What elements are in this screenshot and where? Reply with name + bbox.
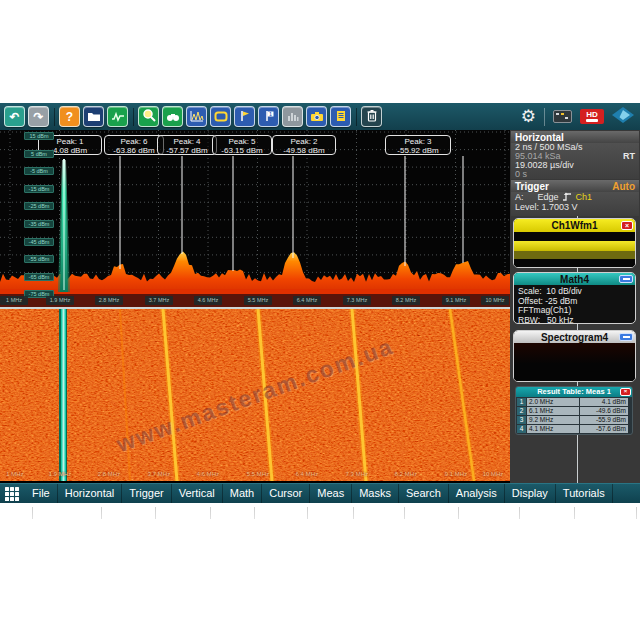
- redo-button[interactable]: ↷: [28, 106, 49, 127]
- peak-label: Peak: 2: [273, 137, 335, 146]
- menu-item-masks[interactable]: Masks: [352, 484, 399, 503]
- trigger-source: Ch1: [576, 193, 593, 202]
- horizontal-panel[interactable]: Horizontal 2 ns / 500 MSa/s 95.014 kSaRT…: [511, 131, 639, 179]
- spectrum-plot[interactable]: [0, 130, 510, 307]
- x-axis-label: 8.2 MHz: [392, 296, 420, 305]
- toolbar-separator: [54, 108, 55, 126]
- peak-badge-5: Peak: 5-63.15 dBm: [212, 135, 272, 155]
- result-table-dialog[interactable]: Result Table: Meas 1 × 1 2.0 MHz 4.1 dBm…: [515, 386, 633, 435]
- waveform-display[interactable]: Peak: 14.08 dBm Peak: 6-63.86 dBm Peak: …: [0, 130, 510, 483]
- toolbar: ↶ ↷ ? 1 ⚙ HD: [0, 103, 640, 130]
- ch1wfm1-title: Ch1Wfm1: [551, 220, 597, 231]
- spectrogram4-dialog[interactable]: Spectrogram4: [513, 330, 636, 382]
- result-level: -55.9 dBm: [580, 416, 628, 424]
- apps-grid-icon[interactable]: [5, 487, 19, 501]
- histogram-icon: [287, 108, 299, 126]
- trigger-title: Trigger: [515, 181, 549, 192]
- ch1wfm1-header[interactable]: Ch1Wfm1 ×: [514, 219, 635, 232]
- spectrogram-x-label: 6.4 MHz: [292, 470, 322, 478]
- spectrogram-x-label: 1 MHz: [0, 470, 30, 478]
- x-axis-label: 10 MHz: [481, 296, 509, 305]
- open-file-button[interactable]: [83, 106, 104, 127]
- save-waveform-button[interactable]: [107, 106, 128, 127]
- zoom-button[interactable]: [138, 106, 159, 127]
- delete-button[interactable]: [361, 106, 382, 127]
- ch1wfm1-thumbnail: [514, 232, 635, 268]
- horizontal-position: 0 s: [515, 170, 527, 179]
- reflection-fade: [0, 503, 640, 559]
- horizontal-mode: RT: [623, 152, 635, 161]
- spectrogram4-thumbnail: [514, 343, 635, 381]
- waveform-icon: [111, 108, 125, 126]
- cursor-button[interactable]: 1: [258, 106, 279, 127]
- y-axis-label: -45 dBm: [24, 238, 54, 246]
- annotate-button[interactable]: [234, 106, 255, 127]
- menu-item-search[interactable]: Search: [399, 484, 449, 503]
- oscilloscope-screen: ↶ ↷ ? 1 ⚙ HD: [0, 103, 640, 503]
- search-button[interactable]: [162, 106, 183, 127]
- menu-bar: File Horizontal Trigger Vertical Math Cu…: [0, 483, 640, 503]
- menu-item-trigger[interactable]: Trigger: [122, 484, 171, 503]
- result-table-header[interactable]: Result Table: Meas 1 ×: [516, 387, 632, 397]
- spectrogram-x-label: 9.1 MHz: [441, 470, 471, 478]
- menu-item-meas[interactable]: Meas: [310, 484, 352, 503]
- menu-item-file[interactable]: File: [25, 484, 58, 503]
- menu-item-vertical[interactable]: Vertical: [172, 484, 223, 503]
- result-frequency: 6.1 MHz: [527, 407, 579, 415]
- menu-item-horizontal[interactable]: Horizontal: [58, 484, 123, 503]
- ch1wfm1-close-button[interactable]: ×: [621, 221, 633, 230]
- x-axis-label: 3.7 MHz: [145, 296, 173, 305]
- undo-button[interactable]: ↶: [4, 106, 25, 127]
- hd-mode-button[interactable]: HD: [580, 109, 604, 124]
- peak-value: -63.15 dBm: [213, 146, 271, 155]
- result-level: 4.1 dBm: [580, 398, 628, 406]
- spectrogram4-header[interactable]: Spectrogram4: [514, 331, 635, 343]
- spectrogram4-title: Spectrogram4: [541, 332, 608, 343]
- peak-value: -63.86 dBm: [105, 146, 163, 155]
- settings-gear-icon[interactable]: ⚙: [521, 108, 536, 125]
- help-button[interactable]: ?: [59, 106, 80, 127]
- menu-item-tutorials[interactable]: Tutorials: [556, 484, 613, 503]
- x-axis-label: 4.6 MHz: [194, 296, 222, 305]
- trigger-source-label: A:: [515, 193, 524, 202]
- peak-label: Peak: 4: [158, 137, 216, 146]
- x-axis-label: 7.3 MHz: [343, 296, 371, 305]
- peak-badge-4: Peak: 4-57.57 dBm: [157, 135, 217, 155]
- x-axis-label: 2.8 MHz: [95, 296, 123, 305]
- trigger-panel[interactable]: TriggerAuto A: Edge Ch1 Level: 1.7003 V: [511, 180, 639, 216]
- peak-value: -57.57 dBm: [158, 146, 216, 155]
- y-axis-label: -65 dBm: [24, 273, 54, 281]
- menu-bar-reflection: File Horizontal Trigger Vertical Math Cu…: [0, 503, 640, 559]
- result-index: 2: [517, 407, 526, 415]
- x-axis-label: 9.1 MHz: [442, 296, 470, 305]
- spectrogram4-minimize-button[interactable]: [619, 333, 633, 341]
- result-index: 3: [517, 416, 526, 424]
- spectrogram-x-label: 10 MHz: [478, 470, 508, 478]
- menu-item-analysis[interactable]: Analysis: [449, 484, 505, 503]
- math4-minimize-button[interactable]: [619, 275, 633, 283]
- spectrogram-x-label: 7.3 MHz: [342, 470, 372, 478]
- menu-item-cursor[interactable]: Cursor: [262, 484, 310, 503]
- menu-item-math[interactable]: Math: [223, 484, 262, 503]
- result-level: -57.6 dBm: [580, 425, 628, 433]
- result-table-close-button[interactable]: ×: [620, 388, 631, 396]
- peak-badge-6: Peak: 6-63.86 dBm: [104, 135, 164, 155]
- y-axis-label: -5 dBm: [24, 167, 54, 175]
- rohde-schwarz-logo: [612, 107, 634, 127]
- report-button[interactable]: [330, 106, 351, 127]
- peak-badge-2: Peak: 2-49.58 dBm: [272, 135, 336, 155]
- help-icon: ?: [66, 111, 73, 123]
- spectrogram-x-label: 4.6 MHz: [193, 470, 223, 478]
- screenshot-button[interactable]: [306, 106, 327, 127]
- magnifier-icon: [142, 108, 156, 126]
- fft-setup-button[interactable]: [186, 106, 207, 127]
- display-icon: [214, 108, 228, 126]
- ch1wfm1-dialog[interactable]: Ch1Wfm1 ×: [513, 218, 636, 268]
- menu-item-display[interactable]: Display: [505, 484, 556, 503]
- math4-header[interactable]: Math4: [514, 273, 635, 285]
- redo-icon: ↷: [33, 111, 43, 123]
- math4-dialog[interactable]: Math4 Scale: 10 dB/div Offset: -25 dBm F…: [513, 272, 636, 324]
- result-frequency: 2.0 MHz: [527, 398, 579, 406]
- display-setup-button[interactable]: [210, 106, 231, 127]
- keyboard-icon[interactable]: [553, 110, 572, 123]
